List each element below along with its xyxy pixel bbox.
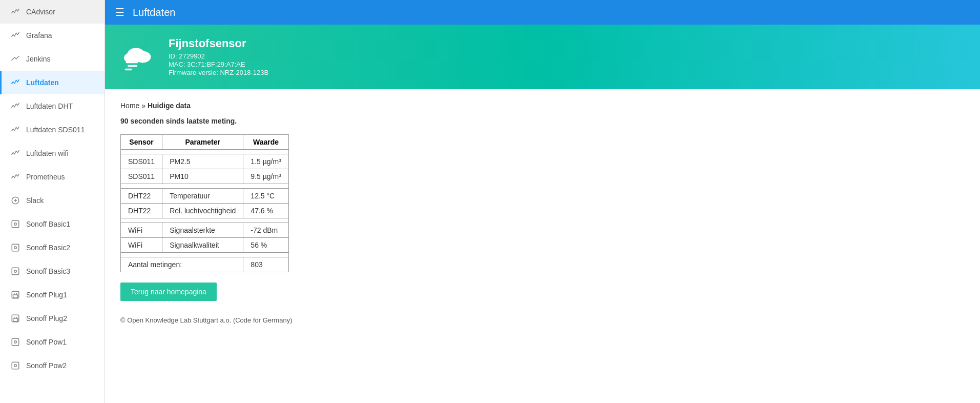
cell-sensor: DHT22 xyxy=(121,204,162,218)
total-value: 803 xyxy=(243,257,288,272)
sidebar-label: Slack xyxy=(26,196,44,205)
device-icon xyxy=(10,242,21,253)
sidebar: CAdvisor Grafana Jenkins Luftdaten Luftd… xyxy=(0,0,105,403)
sidebar-item-sonoff-pow2[interactable]: Sonoff Pow2 xyxy=(0,354,105,377)
col-parameter: Parameter xyxy=(162,135,243,150)
sensor-icon xyxy=(120,39,156,75)
cell-value: 12.5 °C xyxy=(243,189,288,204)
svg-rect-3 xyxy=(12,220,19,228)
table-row: SDS011 PM10 9.5 µg/m³ xyxy=(121,169,289,184)
breadcrumb-separator: » xyxy=(139,102,148,110)
svg-rect-22 xyxy=(126,62,139,64)
cell-parameter: PM10 xyxy=(162,169,243,184)
content-area: Home » Huidige data 90 seconden sinds la… xyxy=(105,89,980,403)
svg-rect-5 xyxy=(12,244,19,251)
cell-parameter: PM2.5 xyxy=(162,154,243,169)
cell-sensor: SDS011 xyxy=(121,154,162,169)
cell-value: 1.5 µg/m³ xyxy=(243,154,288,169)
svg-point-4 xyxy=(14,223,17,226)
svg-rect-15 xyxy=(12,338,19,346)
last-update-text: 90 seconden sinds laatste meting. xyxy=(120,117,965,125)
sidebar-item-sonoff-basic3[interactable]: Sonoff Basic3 xyxy=(0,259,105,283)
cell-parameter: Signaalkwaliteit xyxy=(162,238,243,253)
svg-rect-17 xyxy=(12,362,19,369)
topbar-title: Luftdaten xyxy=(133,7,175,18)
hero-info: Fijnstofsensor ID: 2729902 MAC: 3C:71:BF… xyxy=(169,37,268,77)
breadcrumb-current: Huidige data xyxy=(148,102,191,110)
sidebar-item-sonoff-pow1[interactable]: Sonoff Pow1 xyxy=(0,330,105,354)
device-icon xyxy=(10,266,21,277)
sidebar-label: Sonoff Plug2 xyxy=(26,314,67,323)
menu-icon[interactable]: ☰ xyxy=(115,6,124,18)
sidebar-item-luftdaten[interactable]: Luftdaten xyxy=(0,71,105,94)
chart-icon xyxy=(10,171,21,183)
table-row-total: Aantal metingen: 803 xyxy=(121,257,289,272)
sidebar-label: Luftdaten xyxy=(26,78,59,87)
sensor-title: Fijnstofsensor xyxy=(169,37,268,50)
sidebar-label: Sonoff Plug1 xyxy=(26,291,67,299)
cell-parameter: Rel. luchtvochtigheid xyxy=(162,204,243,218)
topbar: ☰ Luftdaten xyxy=(105,0,980,25)
hero-header: Fijnstofsensor ID: 2729902 MAC: 3C:71:BF… xyxy=(105,25,980,89)
chart-icon xyxy=(10,53,21,65)
svg-rect-24 xyxy=(125,69,132,71)
svg-point-20 xyxy=(135,51,151,63)
table-row: DHT22 Rel. luchtvochtigheid 47.6 % xyxy=(121,204,289,218)
sidebar-item-cadvisor[interactable]: CAdvisor xyxy=(0,0,105,24)
table-row: DHT22 Temperatuur 12.5 °C xyxy=(121,189,289,204)
main-content: ☰ Luftdaten Fijnstofsensor ID: 2729902 M… xyxy=(105,0,980,403)
sidebar-item-slack[interactable]: Slack xyxy=(0,189,105,212)
slack-icon xyxy=(10,195,21,206)
svg-point-21 xyxy=(124,53,137,63)
cell-sensor: DHT22 xyxy=(121,189,162,204)
sidebar-item-grafana[interactable]: Grafana xyxy=(0,24,105,47)
total-label: Aantal metingen: xyxy=(121,257,243,272)
sidebar-label: Sonoff Basic1 xyxy=(26,220,70,228)
svg-point-8 xyxy=(14,270,17,273)
table-row: SDS011 PM2.5 1.5 µg/m³ xyxy=(121,154,289,169)
power-icon xyxy=(10,360,21,371)
cell-parameter: Signaalsterkte xyxy=(162,223,243,238)
breadcrumb: Home » Huidige data xyxy=(120,102,965,110)
sidebar-item-luftdaten-dht[interactable]: Luftdaten DHT xyxy=(0,94,105,118)
table-row: WiFi Signaalkwaliteit 56 % xyxy=(121,238,289,253)
sidebar-label: Luftdaten DHT xyxy=(26,102,73,110)
col-value: Waarde xyxy=(243,135,288,150)
chart-icon xyxy=(10,100,21,112)
sidebar-item-sonoff-basic1[interactable]: Sonoff Basic1 xyxy=(0,212,105,236)
svg-point-18 xyxy=(14,365,17,367)
data-table: Sensor Parameter Waarde SDS011 PM2.5 1.5… xyxy=(120,134,289,272)
sidebar-label: Sonoff Pow2 xyxy=(26,361,67,370)
sidebar-item-sonoff-plug1[interactable]: Sonoff Plug1 xyxy=(0,283,105,307)
chart-icon xyxy=(10,30,21,41)
cell-sensor: SDS011 xyxy=(121,169,162,184)
breadcrumb-home[interactable]: Home xyxy=(120,102,139,110)
plug-icon xyxy=(10,313,21,324)
svg-point-6 xyxy=(14,247,17,249)
sidebar-item-sonoff-basic2[interactable]: Sonoff Basic2 xyxy=(0,236,105,259)
sidebar-item-jenkins[interactable]: Jenkins xyxy=(0,47,105,71)
sidebar-label: Luftdaten wifi xyxy=(26,149,69,157)
sensor-id: ID: 2729902 xyxy=(169,52,268,60)
sensor-mac: MAC: 3C:71:BF:29:A7:AE xyxy=(169,61,268,68)
cell-value: 9.5 µg/m³ xyxy=(243,169,288,184)
cell-value: -72 dBm xyxy=(243,223,288,238)
sidebar-item-luftdaten-wifi[interactable]: Luftdaten wifi xyxy=(0,142,105,165)
chart-icon xyxy=(10,6,21,17)
sidebar-label: Prometheus xyxy=(26,173,65,181)
footer-text: © Open Knowledge Lab Stuttgart a.o. (Cod… xyxy=(120,316,965,324)
cell-value: 47.6 % xyxy=(243,204,288,218)
sidebar-label: CAdvisor xyxy=(26,8,55,16)
svg-point-16 xyxy=(14,341,17,344)
svg-rect-23 xyxy=(128,65,137,67)
device-icon xyxy=(10,218,21,230)
sidebar-item-luftdaten-sds011[interactable]: Luftdaten SDS011 xyxy=(0,118,105,142)
sidebar-label: Sonoff Basic2 xyxy=(26,244,70,252)
sidebar-item-prometheus[interactable]: Prometheus xyxy=(0,165,105,189)
cell-sensor: WiFi xyxy=(121,238,162,253)
sensor-firmware: Firmware-versie: NRZ-2018-123B xyxy=(169,69,268,76)
sidebar-item-sonoff-plug2[interactable]: Sonoff Plug2 xyxy=(0,307,105,330)
table-row: WiFi Signaalsterkte -72 dBm xyxy=(121,223,289,238)
chart-icon xyxy=(10,124,21,135)
home-button[interactable]: Terug naar homepagina xyxy=(120,283,217,301)
